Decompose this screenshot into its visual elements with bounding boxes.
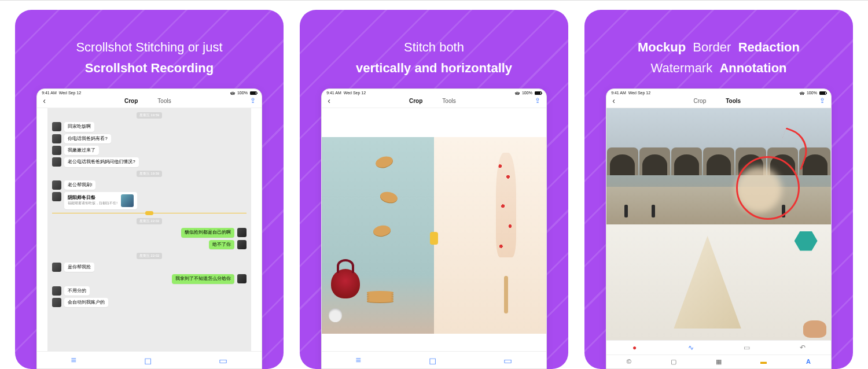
time-divider: 星期五 19:59 — [137, 171, 163, 177]
popsicle-shape — [496, 153, 516, 286]
list-icon[interactable]: ≡ — [71, 355, 76, 366]
wifi-icon — [230, 91, 235, 95]
hexagon-shape — [795, 231, 818, 251]
crop-icon[interactable]: ◻ — [144, 355, 152, 366]
export-icon[interactable]: ⇪ — [250, 97, 256, 105]
h3-watermark: Watermark — [650, 61, 712, 75]
h3-redaction: Redaction — [738, 40, 800, 54]
tab-crop[interactable]: Crop — [409, 98, 422, 104]
export-icon[interactable]: ⇪ — [535, 97, 540, 105]
device-icon[interactable]: ▢ — [652, 355, 697, 368]
stitch-handle[interactable] — [430, 232, 438, 245]
tools-toolbar: © ▢ ▦ ▬ A — [606, 355, 831, 368]
rect-icon[interactable]: ▭ — [719, 341, 775, 355]
chat-msg: 你电话我爸妈有看? — [52, 134, 208, 143]
chat-content: 星期五 19:59 回家吃饭啊 你电话我爸妈有看? 我嫩嫩过来了 老公电话我爸爸… — [37, 108, 262, 368]
stitch-content: ≡ ◻ ▭ — [322, 108, 546, 368]
status-bar: 9:41 AM Wed Sep 12 100% — [606, 89, 831, 95]
status-time: 9:41 AM Wed Sep 12 — [42, 91, 81, 95]
back-icon[interactable]: ‹ — [328, 97, 330, 105]
headline-2: Stitch both vertically and horizontally — [356, 38, 512, 78]
export-icon[interactable]: ⇪ — [819, 97, 825, 105]
chat-msg-self: 貌似抢到都是自己的啊 — [181, 228, 247, 237]
image-right — [434, 137, 546, 334]
nav-bar: ‹ Crop Tools ⇪ — [322, 95, 546, 108]
cracker — [379, 190, 398, 204]
frame-icon[interactable]: ▭ — [503, 355, 512, 366]
tab-tools[interactable]: Tools — [726, 98, 741, 104]
list-icon[interactable]: ≡ — [356, 355, 361, 366]
rich-bubble: 阴阳师冬日祭 福能喵要请你吃饭，拉都拉不住! — [64, 192, 137, 209]
ipad-mock-3: 9:41 AM Wed Sep 12 100% ‹ Crop Tools ⇪ — [606, 88, 832, 369]
time-divider: 星期五 19:59 — [137, 112, 163, 119]
headline-1: Scrollshot Stitching or just Scrollshot … — [76, 38, 222, 78]
headline-3: Mockup Border Redaction Watermark Annota… — [638, 38, 800, 78]
crop-icon[interactable]: ◻ — [429, 355, 436, 366]
bowl-shape — [329, 308, 342, 322]
time-divider: 星期五 22:02 — [137, 253, 163, 259]
cracker — [374, 155, 394, 169]
avatar — [237, 274, 247, 283]
promo-card-scrollshot: Scrollshot Stitching or just Scrollshot … — [15, 10, 284, 369]
nav-bar: ‹ Crop Tools ⇪ — [37, 95, 262, 108]
chat-msg: 不用分的 — [52, 286, 208, 296]
hanger-shape — [674, 236, 741, 329]
chat-msg-self: 我拿到了不知道怎么分给你 — [172, 274, 247, 283]
photo-stack — [606, 108, 831, 340]
scribble-icon[interactable]: ∿ — [663, 341, 719, 355]
h3-mockup: Mockup — [638, 40, 686, 54]
cracker — [373, 224, 391, 237]
person-shape — [624, 205, 628, 217]
status-right: 100% — [800, 91, 826, 95]
redact-icon[interactable]: ▬ — [741, 355, 786, 368]
avatar — [237, 240, 247, 249]
status-right: 100% — [515, 91, 542, 95]
chat-msg: 回家吃饭啊 — [52, 122, 208, 131]
chat-msg-rich: 阴阳师冬日祭 福能喵要请你吃饭，拉都拉不住! — [52, 192, 208, 209]
wifi-icon — [800, 91, 804, 95]
bottom-tabbar: ≡ ◻ ▭ — [322, 351, 546, 368]
wifi-icon — [515, 91, 520, 95]
photo-room — [606, 224, 831, 340]
record-icon[interactable]: ● — [606, 341, 663, 355]
tab-crop[interactable]: Crop — [124, 98, 138, 104]
frame-icon[interactable]: ▭ — [219, 355, 227, 366]
tab-crop[interactable]: Crop — [694, 98, 707, 104]
undo-icon[interactable]: ↶ — [775, 341, 831, 355]
ipad-mock-2: 9:41 AM Wed Sep 12 100% ‹ Crop Tools ⇪ — [321, 88, 547, 369]
grid-icon[interactable]: ▦ — [696, 355, 741, 368]
avatar — [52, 192, 61, 201]
chat-msg: 会自动到我账户的 — [52, 298, 208, 307]
copyright-icon[interactable]: © — [606, 355, 652, 368]
tab-tools[interactable]: Tools — [157, 98, 171, 104]
status-bar: 9:41 AM Wed Sep 12 100% — [322, 89, 546, 95]
chat-scroll[interactable]: 星期五 19:59 回家吃饭啊 你电话我爸妈有看? 我嫩嫩过来了 老公电话我爸爸… — [47, 108, 251, 351]
avatar — [52, 157, 61, 167]
headline-2-line2: vertically and horizontally — [356, 58, 512, 78]
photo-pisa — [606, 108, 831, 224]
chat-msg: 我嫩嫩过来了 — [52, 146, 208, 155]
battery-icon — [250, 91, 257, 95]
headline-1-line2: Scrollshot Recording — [76, 58, 222, 78]
annotation-toolbar: ● ∿ ▭ ↶ — [606, 340, 831, 355]
pancake-stack — [367, 292, 394, 302]
stitch-seam[interactable] — [52, 213, 247, 213]
back-icon[interactable]: ‹ — [612, 97, 615, 105]
avatar — [237, 228, 247, 237]
avatar — [52, 286, 61, 296]
link-thumb — [121, 194, 134, 207]
time-divider: 星期五 22:02 — [137, 218, 163, 224]
chat-msg: 是你帮我抢 — [52, 263, 208, 272]
battery-pct: 100% — [237, 91, 248, 95]
chat-msg-self: 给不了你 — [209, 240, 247, 249]
text-icon[interactable]: A — [786, 355, 831, 368]
h3-border: Border — [693, 40, 731, 54]
bottom-tabbar: ≡ ◻ ▭ — [37, 351, 262, 368]
avatar — [52, 298, 61, 307]
back-icon[interactable]: ‹ — [43, 97, 46, 105]
person-shape — [652, 205, 655, 217]
image-left — [322, 137, 434, 334]
tab-tools[interactable]: Tools — [442, 98, 455, 104]
status-bar: 9:41 AM Wed Sep 12 100% — [37, 89, 262, 95]
battery-pct: 100% — [522, 91, 532, 95]
